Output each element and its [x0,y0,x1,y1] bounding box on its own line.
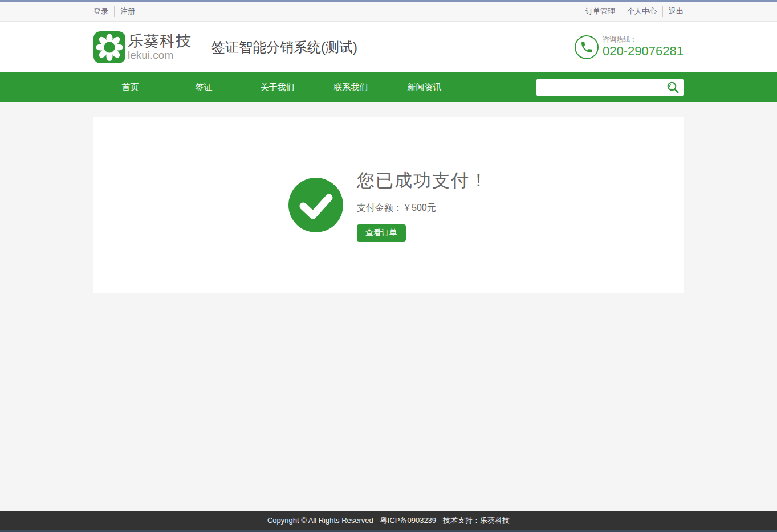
search-box [536,79,684,96]
topbar-right-links: 订单管理 个人中心 退出 [585,6,684,17]
logout-link[interactable]: 退出 [662,6,684,17]
payment-amount: 支付金额：￥500元 [357,202,489,214]
nav-item-visa[interactable]: 签证 [167,72,241,102]
utility-topbar: 登录 注册 订单管理 个人中心 退出 [0,2,777,22]
copyright-text: Copyright © All Rights Reserved [267,516,373,525]
success-check-icon [288,178,343,232]
nav-item-home[interactable]: 首页 [93,72,167,102]
tech-support-text: 技术支持：乐葵科技 [443,515,510,526]
logo[interactable]: 乐葵科技 lekui.com [93,31,192,63]
view-order-button[interactable]: 查看订单 [357,224,406,242]
payment-success-card: 您已成功支付！ 支付金额：￥500元 查看订单 [93,117,684,293]
nav-menu: 首页 签证 关于我们 联系我们 新闻资讯 [93,72,461,102]
hotline: 咨询热线： 020-29076281 [575,35,684,59]
nav-item-contact-us[interactable]: 联系我们 [314,72,388,102]
site-footer: Copyright © All Rights Reserved 粤ICP备090… [0,511,777,532]
icp-number: 粤ICP备0903239 [380,515,436,526]
header-divider [201,34,201,60]
phone-icon [575,35,599,59]
sunflower-logo-icon [93,31,125,63]
logo-company-name: 乐葵科技 [128,33,192,49]
logo-domain: lekui.com [128,50,192,61]
hotline-label: 咨询热线： [603,36,684,44]
hotline-number: 020-29076281 [603,44,684,58]
search-input[interactable] [536,79,684,96]
logo-text: 乐葵科技 lekui.com [128,33,192,60]
search-icon[interactable] [666,81,680,94]
nav-item-about-us[interactable]: 关于我们 [241,72,314,102]
system-title: 签证智能分销系统(测试) [211,38,357,56]
personal-center-link[interactable]: 个人中心 [621,6,662,17]
order-management-link[interactable]: 订单管理 [585,6,621,17]
site-header: 乐葵科技 lekui.com 签证智能分销系统(测试) 咨询热线： 020-29… [0,22,777,72]
main-content: 您已成功支付！ 支付金额：￥500元 查看订单 [0,102,777,293]
success-title: 您已成功支付！ [357,169,489,193]
topbar-left-links: 登录 注册 [93,6,141,17]
footer-bottom-strip [0,530,777,532]
register-link[interactable]: 注册 [114,6,141,17]
main-nav: 首页 签证 关于我们 联系我们 新闻资讯 [0,72,777,102]
nav-item-news[interactable]: 新闻资讯 [388,72,461,102]
login-link[interactable]: 登录 [93,6,114,17]
